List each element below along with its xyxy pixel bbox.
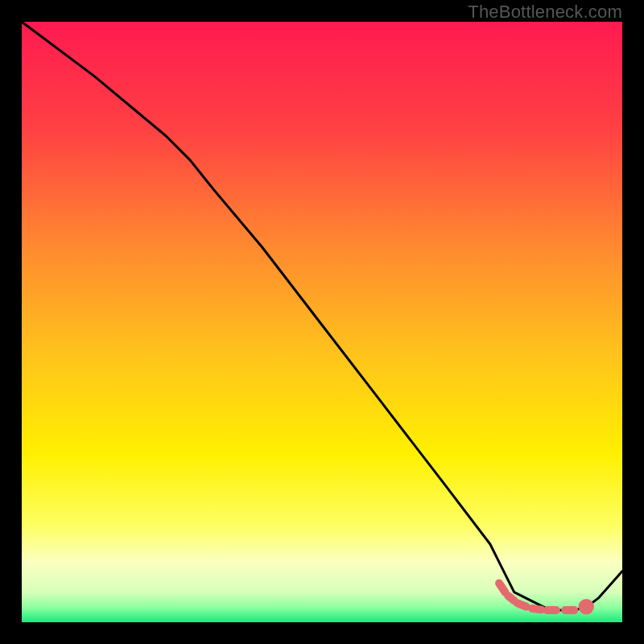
marker-dash bbox=[499, 584, 505, 592]
watermark-text: TheBottleneck.com bbox=[468, 2, 622, 23]
plot-area bbox=[22, 22, 622, 622]
gradient-background bbox=[22, 22, 622, 622]
marker-dash bbox=[517, 603, 526, 606]
marker-dash bbox=[532, 609, 541, 609]
marker-dash bbox=[508, 596, 514, 601]
chart-frame: TheBottleneck.com bbox=[0, 0, 644, 644]
chart-svg bbox=[22, 22, 622, 622]
marker-dot bbox=[579, 599, 594, 614]
